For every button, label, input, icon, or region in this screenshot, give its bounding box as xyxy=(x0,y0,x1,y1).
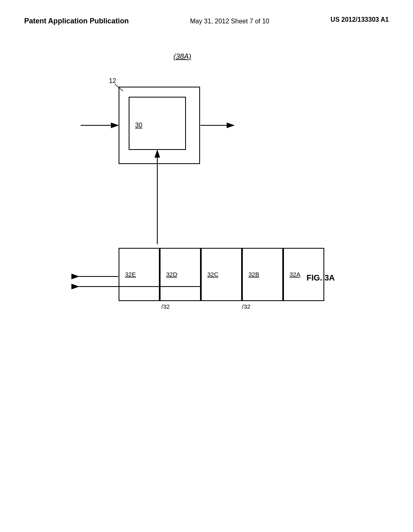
page-header: Patent Application Publication May 31, 2… xyxy=(0,0,413,35)
label-32C: 32C xyxy=(207,271,219,278)
label-30: 30 xyxy=(135,122,142,129)
label-ref-32-lower: /32 xyxy=(242,303,250,310)
diagram-area: (38A) 12 30 32E /32 32D 32C xyxy=(0,35,413,518)
label-32D: 32D xyxy=(166,271,177,278)
outer-box-38A xyxy=(119,87,200,164)
patent-diagram: (38A) 12 30 32E /32 32D 32C xyxy=(0,35,413,518)
figure-label: FIG. 3A xyxy=(307,273,335,282)
publication-label: Patent Application Publication xyxy=(24,16,129,26)
label-32B: 32B xyxy=(248,271,259,278)
label-32A: 32A xyxy=(290,271,300,278)
label-12: 12 xyxy=(109,77,116,84)
label-38A: (38A) xyxy=(173,52,191,60)
label-ref-32-upper: /32 xyxy=(161,303,170,310)
label-32E: 32E xyxy=(125,271,136,278)
patent-number: US 2012/133303 A1 xyxy=(331,16,389,23)
sheet-info: May 31, 2012 Sheet 7 of 10 xyxy=(190,16,269,27)
